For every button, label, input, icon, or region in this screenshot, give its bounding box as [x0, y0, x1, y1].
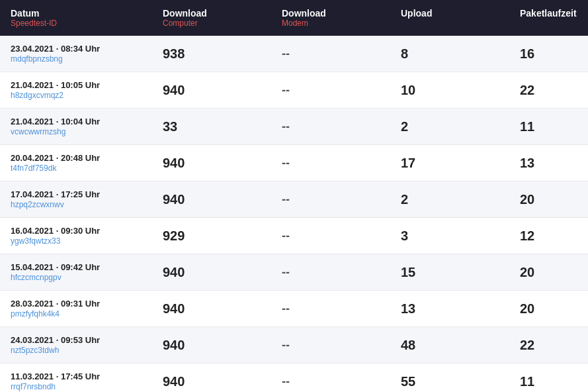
date-cell: 21.04.2021 · 10:04 Uhr vcwcwwrmzshg	[11, 115, 163, 138]
speedtest-id-link[interactable]: hzpq2zcwxnwv	[11, 200, 64, 209]
date-value: 21.04.2021 · 10:05 Uhr	[11, 80, 163, 90]
upload-value: 13	[401, 300, 520, 318]
paketlaufzeit-value: 16	[520, 45, 588, 63]
download-modem-value: --	[282, 228, 401, 244]
table-body: 23.04.2021 · 08:34 Uhr mdqfbpnzsbng 938 …	[0, 36, 588, 392]
date-value: 17.04.2021 · 17:25 Uhr	[11, 189, 163, 199]
download-modem-value: --	[282, 82, 401, 99]
header-datum: Datum Speedtest-ID	[11, 5, 163, 30]
date-cell: 16.04.2021 · 09:30 Uhr ygw3fqwtzx33	[11, 224, 163, 247]
download-comp-value: 940	[163, 336, 282, 354]
date-cell: 23.04.2021 · 08:34 Uhr mdqfbpnzsbng	[11, 42, 163, 65]
date-value: 28.03.2021 · 09:31 Uhr	[11, 299, 163, 309]
upload-value: 10	[401, 81, 520, 99]
date-cell: 15.04.2021 · 09:42 Uhr hfczcmcnpgpv	[11, 261, 163, 283]
date-value: 16.04.2021 · 09:30 Uhr	[11, 226, 163, 236]
date-cell: 11.03.2021 · 17:45 Uhr rrqf7nrsbndh	[11, 370, 163, 392]
table-header: Datum Speedtest-ID Download Computer Dow…	[0, 0, 588, 36]
header-download-modem: Download Modem	[282, 5, 401, 30]
upload-value: 2	[401, 118, 520, 136]
upload-value: 48	[401, 336, 520, 354]
date-value: 24.03.2021 · 09:53 Uhr	[11, 335, 163, 345]
table-row: 20.04.2021 · 20:48 Uhr t4fn7df759dk 940 …	[0, 145, 588, 181]
date-value: 11.03.2021 · 17:45 Uhr	[11, 371, 163, 381]
table-row: 16.04.2021 · 09:30 Uhr ygw3fqwtzx33 929 …	[0, 218, 588, 254]
download-modem-value: --	[282, 373, 401, 390]
paketlaufzeit-value: 20	[520, 191, 588, 209]
date-cell: 24.03.2021 · 09:53 Uhr nzt5pzc3tdwh	[11, 334, 163, 356]
speedtest-id-link[interactable]: pmzfyfqhk4k4	[11, 309, 60, 318]
speedtest-id-link[interactable]: nzt5pzc3tdwh	[11, 346, 59, 355]
date-cell: 17.04.2021 · 17:25 Uhr hzpq2zcwxnwv	[11, 188, 163, 211]
speedtest-id-link[interactable]: hfczcmcnpgpv	[11, 273, 62, 282]
table-row: 17.04.2021 · 17:25 Uhr hzpq2zcwxnwv 940 …	[0, 181, 588, 218]
table-row: 15.04.2021 · 09:42 Uhr hfczcmcnpgpv 940 …	[0, 254, 588, 291]
header-modem-label: Modem	[282, 19, 401, 28]
date-value: 21.04.2021 · 10:04 Uhr	[11, 117, 163, 126]
date-value: 23.04.2021 · 08:34 Uhr	[11, 44, 163, 54]
header-paketlaufzeit-label: Paketlaufzeit	[520, 8, 588, 19]
header-upload: Upload	[401, 5, 520, 21]
upload-value: 3	[401, 227, 520, 245]
download-comp-value: 33	[163, 118, 282, 136]
date-value: 20.04.2021 · 20:48 Uhr	[11, 153, 163, 163]
upload-value: 8	[401, 45, 520, 63]
table-row: 23.04.2021 · 08:34 Uhr mdqfbpnzsbng 938 …	[0, 36, 588, 72]
download-comp-value: 940	[163, 373, 282, 391]
download-comp-value: 940	[163, 264, 282, 281]
download-modem-value: --	[282, 119, 401, 135]
paketlaufzeit-value: 20	[520, 264, 588, 281]
header-download-comp-label: Download	[163, 8, 282, 19]
table-row: 11.03.2021 · 17:45 Uhr rrqf7nrsbndh 940 …	[0, 364, 588, 392]
upload-value: 2	[401, 191, 520, 209]
download-modem-value: --	[282, 301, 401, 317]
table-row: 21.04.2021 · 10:05 Uhr h8zdgxcvmqz2 940 …	[0, 72, 588, 109]
date-value: 15.04.2021 · 09:42 Uhr	[11, 262, 163, 272]
download-modem-value: --	[282, 46, 401, 62]
speed-test-table: Datum Speedtest-ID Download Computer Dow…	[0, 0, 588, 392]
header-computer-label: Computer	[163, 19, 282, 28]
download-modem-value: --	[282, 191, 401, 208]
speedtest-id-link[interactable]: t4fn7df759dk	[11, 164, 56, 173]
download-comp-value: 938	[163, 45, 282, 63]
download-comp-value: 940	[163, 81, 282, 99]
paketlaufzeit-value: 11	[520, 118, 588, 136]
header-paketlaufzeit: Paketlaufzeit	[520, 5, 588, 21]
download-comp-value: 940	[163, 300, 282, 318]
header-upload-label: Upload	[401, 8, 520, 19]
date-cell: 20.04.2021 · 20:48 Uhr t4fn7df759dk	[11, 152, 163, 174]
download-comp-value: 929	[163, 227, 282, 245]
speedtest-id-link[interactable]: vcwcwwrmzshg	[11, 127, 65, 136]
header-datum-label: Datum	[11, 8, 163, 19]
table-row: 28.03.2021 · 09:31 Uhr pmzfyfqhk4k4 940 …	[0, 291, 588, 327]
speedtest-id-link[interactable]: ygw3fqwtzx33	[11, 236, 60, 246]
paketlaufzeit-value: 22	[520, 81, 588, 99]
header-download-modem-label: Download	[282, 8, 401, 19]
paketlaufzeit-value: 13	[520, 154, 588, 172]
table-row: 21.04.2021 · 10:04 Uhr vcwcwwrmzshg 33 -…	[0, 109, 588, 145]
paketlaufzeit-value: 12	[520, 227, 588, 245]
download-comp-value: 940	[163, 154, 282, 172]
upload-value: 15	[401, 264, 520, 281]
paketlaufzeit-value: 11	[520, 373, 588, 391]
table-row: 24.03.2021 · 09:53 Uhr nzt5pzc3tdwh 940 …	[0, 327, 588, 364]
speedtest-id-link[interactable]: mdqfbpnzsbng	[11, 54, 63, 64]
upload-value: 55	[401, 373, 520, 391]
date-cell: 28.03.2021 · 09:31 Uhr pmzfyfqhk4k4	[11, 297, 163, 320]
paketlaufzeit-value: 22	[520, 336, 588, 354]
download-modem-value: --	[282, 264, 401, 281]
date-cell: 21.04.2021 · 10:05 Uhr h8zdgxcvmqz2	[11, 79, 163, 101]
download-modem-value: --	[282, 337, 401, 354]
upload-value: 17	[401, 154, 520, 172]
header-download-comp: Download Computer	[163, 5, 282, 30]
speedtest-id-link[interactable]: rrqf7nrsbndh	[11, 382, 56, 391]
header-speedtest-id-label: Speedtest-ID	[11, 19, 163, 28]
download-comp-value: 940	[163, 191, 282, 209]
download-modem-value: --	[282, 155, 401, 172]
speedtest-id-link[interactable]: h8zdgxcvmqz2	[11, 91, 63, 100]
paketlaufzeit-value: 20	[520, 300, 588, 318]
